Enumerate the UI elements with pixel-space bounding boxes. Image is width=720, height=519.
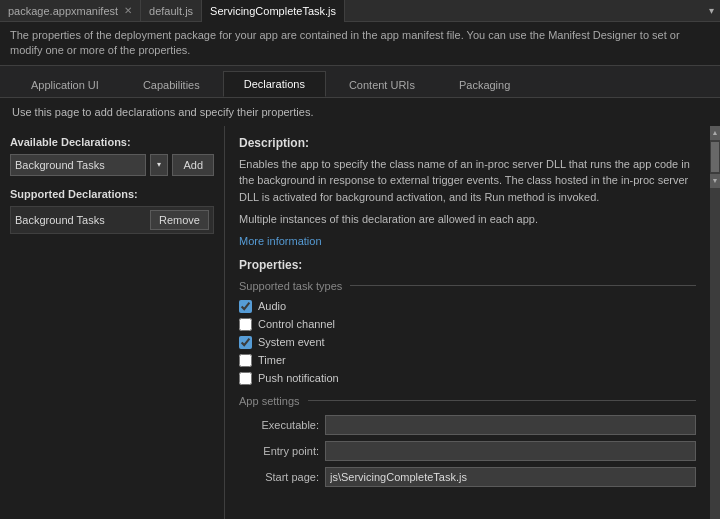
remove-button[interactable]: Remove: [150, 210, 209, 230]
available-declarations-label: Available Declarations:: [10, 136, 214, 148]
scrollbar-up-button[interactable]: ▲: [710, 126, 720, 140]
tab-content-uris-label: Content URIs: [349, 79, 415, 91]
tab-package[interactable]: package.appxmanifest ✕: [0, 0, 141, 22]
checkbox-push: Push notification: [239, 372, 696, 385]
supported-declarations-label: Supported Declarations:: [10, 188, 214, 200]
start-page-input[interactable]: [325, 467, 696, 487]
tab-servicing[interactable]: ServicingCompleteTask.js: [202, 0, 345, 22]
add-button[interactable]: Add: [172, 154, 214, 176]
executable-label: Executable:: [239, 419, 319, 431]
start-page-row: Start page:: [239, 467, 696, 487]
tab-declarations-label: Declarations: [244, 78, 305, 90]
tab-capabilities-label: Capabilities: [143, 79, 200, 91]
checkbox-audio: Audio: [239, 300, 696, 313]
audio-label: Audio: [258, 300, 286, 312]
tab-bar: package.appxmanifest ✕ default.js Servic…: [0, 0, 720, 22]
tab-capabilities[interactable]: Capabilities: [122, 72, 221, 97]
start-page-label: Start page:: [239, 471, 319, 483]
page-desc-text: Use this page to add declarations and sp…: [12, 106, 313, 118]
scrollbar-thumb[interactable]: [711, 142, 719, 172]
info-banner: The properties of the deployment package…: [0, 22, 720, 66]
executable-row: Executable:: [239, 415, 696, 435]
tab-packaging-label: Packaging: [459, 79, 510, 91]
entry-point-row: Entry point:: [239, 441, 696, 461]
tab-app-ui-label: Application UI: [31, 79, 99, 91]
available-declarations-dropdown[interactable]: Background Tasks: [10, 154, 146, 176]
tab-default[interactable]: default.js: [141, 0, 202, 22]
more-info-link[interactable]: More information: [239, 235, 322, 247]
tab-packaging[interactable]: Packaging: [438, 72, 531, 97]
info-banner-text: The properties of the deployment package…: [10, 29, 680, 56]
audio-checkbox[interactable]: [239, 300, 252, 313]
control-label: Control channel: [258, 318, 335, 330]
properties-section: Properties: Supported task types Audio C…: [239, 258, 696, 487]
available-declarations-row: Background Tasks ▾ Add: [10, 154, 214, 176]
checkbox-system: System event: [239, 336, 696, 349]
control-checkbox[interactable]: [239, 318, 252, 331]
tab-default-label: default.js: [149, 5, 193, 17]
entry-point-label: Entry point:: [239, 445, 319, 457]
timer-checkbox[interactable]: [239, 354, 252, 367]
executable-input[interactable]: [325, 415, 696, 435]
tab-content-uris[interactable]: Content URIs: [328, 72, 436, 97]
scrollbar-track: ▲ ▼: [710, 126, 720, 519]
push-checkbox[interactable]: [239, 372, 252, 385]
system-label: System event: [258, 336, 325, 348]
checkbox-timer: Timer: [239, 354, 696, 367]
description-text1: Enables the app to specify the class nam…: [239, 156, 696, 206]
app-settings-divider: App settings: [239, 395, 696, 407]
timer-label: Timer: [258, 354, 286, 366]
tab-dropdown-icon: ▾: [709, 5, 714, 16]
tab-dropdown-button[interactable]: ▾: [702, 0, 720, 22]
scrollbar-down-button[interactable]: ▼: [710, 174, 720, 188]
tab-declarations[interactable]: Declarations: [223, 71, 326, 97]
tab-servicing-label: ServicingCompleteTask.js: [210, 5, 336, 17]
page-description: Use this page to add declarations and sp…: [0, 98, 720, 126]
nav-tabs: Application UI Capabilities Declarations…: [0, 66, 720, 98]
checkbox-control: Control channel: [239, 318, 696, 331]
tab-package-label: package.appxmanifest: [8, 5, 118, 17]
description-text2: Multiple instances of this declaration a…: [239, 211, 696, 228]
left-panel: Available Declarations: Background Tasks…: [0, 126, 225, 519]
push-label: Push notification: [258, 372, 339, 384]
right-panel: Description: Enables the app to specify …: [225, 126, 710, 519]
supported-item-bg-tasks: Background Tasks Remove: [10, 206, 214, 234]
tab-package-close[interactable]: ✕: [124, 5, 132, 16]
properties-title: Properties:: [239, 258, 696, 272]
entry-point-input[interactable]: [325, 441, 696, 461]
system-checkbox[interactable]: [239, 336, 252, 349]
task-types-divider: Supported task types: [239, 280, 696, 292]
supported-item-name: Background Tasks: [15, 214, 105, 226]
main-content: Available Declarations: Background Tasks…: [0, 126, 720, 519]
dropdown-arrow[interactable]: ▾: [150, 154, 168, 176]
description-title: Description:: [239, 136, 696, 150]
tab-app-ui[interactable]: Application UI: [10, 72, 120, 97]
